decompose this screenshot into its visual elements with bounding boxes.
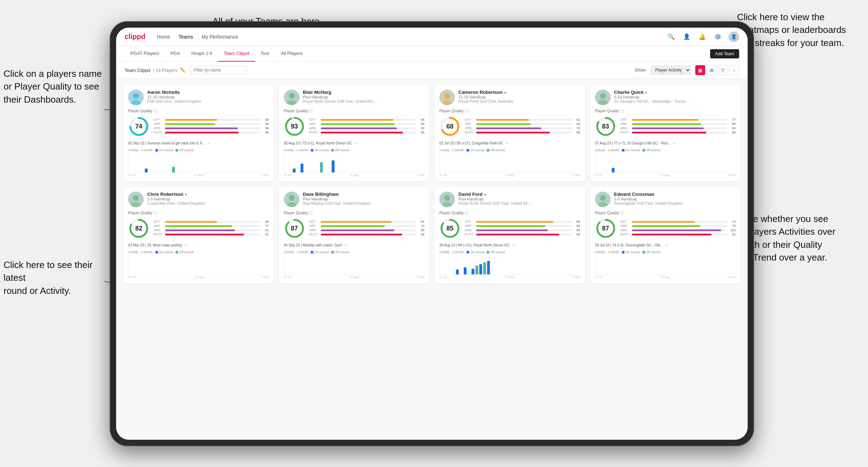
- view-sort-icon[interactable]: ↕: [729, 65, 739, 75]
- nav-link-home[interactable]: Home: [157, 34, 170, 40]
- view-filter-icon[interactable]: ▽: [718, 65, 728, 75]
- bar-value: 96: [573, 233, 580, 236]
- mini-chart-legend: On course Off course: [467, 148, 505, 152]
- chart-bar: [487, 261, 490, 274]
- recent-activity[interactable]: 04 Sep 23 | Mobility with coach, Gym →: [284, 243, 425, 247]
- quality-circle[interactable]: 87: [284, 218, 305, 239]
- tab-team-clippd[interactable]: Team Clippd: [218, 46, 255, 62]
- nav-link-performance[interactable]: My Performance: [201, 34, 238, 40]
- chart-bar: [301, 164, 303, 172]
- tab-pga[interactable]: PGA: [165, 46, 185, 62]
- bar-label: APP: [465, 122, 475, 126]
- recent-activity[interactable]: 03 Mar 23 | 19, Must make putting →: [128, 243, 269, 247]
- bar-value: 58: [262, 122, 269, 126]
- mini-chart-header: Activity · 1 Month On course Off course: [439, 250, 580, 254]
- player-name[interactable]: Charlie Quick ●: [614, 90, 736, 95]
- bar-value: 84: [262, 126, 269, 130]
- user-avatar[interactable]: 👤: [729, 32, 739, 42]
- edit-icon[interactable]: ✏️: [180, 68, 186, 73]
- bell-icon[interactable]: 🔔: [697, 32, 707, 42]
- tab-all-players[interactable]: All Players: [275, 46, 308, 62]
- sub-nav-tabs: PGAT Players PGA Hcaps 1-5 Team Clippd T…: [125, 46, 710, 62]
- bar-value: 88: [417, 126, 424, 130]
- recent-activity[interactable]: 07 Aug 23 | 77 (+7), St George's Hill GC…: [595, 141, 736, 146]
- player-name[interactable]: Dave Billingham: [303, 192, 425, 197]
- player-name[interactable]: David Ford ●: [458, 192, 580, 197]
- nav-icons: 🔍 👤 🔔 ⚙️ 👤: [666, 32, 739, 42]
- quality-circle[interactable]: 85: [439, 218, 461, 239]
- quality-number: 93: [291, 123, 298, 130]
- mini-chart-legend: On course Off course: [311, 250, 349, 254]
- player-card[interactable]: Aaron Nicholls 11-15 Handicap Drift Golf…: [123, 85, 274, 182]
- player-card[interactable]: Dave Billingham Plus Handicap Sag Maging…: [279, 187, 430, 284]
- recent-activity[interactable]: 26 Aug 23 | 84 (+12), Royal North Devon …: [439, 243, 580, 247]
- player-avatar: [128, 90, 144, 105]
- mini-chart-legend: On course Off course: [622, 250, 661, 254]
- profile-icon[interactable]: 👤: [682, 32, 692, 42]
- bar-label: PUTT: [465, 233, 475, 236]
- nav-logo[interactable]: clippd: [125, 33, 145, 41]
- quality-circle[interactable]: 93: [284, 116, 305, 137]
- player-card[interactable]: Edward Crossman 1-5 Handicap Sunningdale…: [590, 187, 741, 284]
- player-card-header: Charlie Quick ● 6-10 Handicap St. George…: [595, 90, 736, 105]
- annotation-top-right: Click here to view theHeatmaps or leader…: [737, 11, 861, 49]
- nav-link-teams[interactable]: Teams: [178, 34, 193, 40]
- recent-activity[interactable]: 02 Jul 23 | 59 (+17), Craigmillar Park G…: [439, 141, 580, 146]
- mini-chart-dates: 31 Jul 21 Aug 4 Sep: [284, 173, 425, 177]
- bar-label: OTT: [621, 220, 630, 223]
- player-card[interactable]: Blair McHarg Plus Handicap Royal North D…: [279, 85, 430, 182]
- bar-label: APP: [309, 224, 319, 228]
- quality-circle[interactable]: 83: [595, 116, 616, 137]
- recent-activity[interactable]: 18 Jul 23 | 74 (+3), Sunningdale GC - Ol…: [595, 243, 736, 247]
- quality-circle[interactable]: 74: [128, 116, 149, 137]
- settings-icon[interactable]: ⚙️: [713, 32, 723, 42]
- bar-label: PUTT: [621, 233, 630, 236]
- quality-number: 85: [446, 225, 453, 232]
- chart-bar: [332, 160, 335, 172]
- team-search-input[interactable]: [190, 66, 247, 74]
- legend-on-course: On course: [155, 250, 174, 254]
- view-grid-icon[interactable]: ▦: [695, 65, 705, 75]
- show-select[interactable]: Player Activity Quality Trend: [651, 66, 691, 75]
- date-end: 4 Sep: [262, 173, 269, 177]
- bar-label: ARG: [309, 126, 319, 130]
- search-icon[interactable]: 🔍: [666, 32, 676, 42]
- off-course-dot: [331, 251, 334, 254]
- quality-circle[interactable]: 87: [595, 218, 616, 239]
- player-club: St. George's Hill GC - Weybridge - Surre…: [614, 99, 736, 103]
- mini-chart-section: Activity · 1 Month On course Off course …: [439, 250, 580, 279]
- quality-circle[interactable]: 82: [128, 218, 149, 239]
- player-card[interactable]: Cameron Robertson ● 11-15 Handicap Royal…: [434, 85, 585, 182]
- date-start: 31 Jul: [284, 173, 291, 177]
- verified-icon: ●: [504, 90, 507, 95]
- bar-value: 92: [729, 233, 736, 236]
- add-team-button[interactable]: Add Team: [710, 49, 739, 58]
- date-mid: 21 Aug: [194, 275, 203, 279]
- on-course-label: On course: [470, 250, 485, 254]
- view-list-icon[interactable]: ⊞: [707, 65, 716, 75]
- off-course-dot: [176, 251, 178, 254]
- player-card[interactable]: Charlie Quick ● 6-10 Handicap St. George…: [590, 85, 741, 182]
- quality-section: 82 OTT 60 APP 77 ARG 81 PUTT: [128, 218, 269, 239]
- date-mid: 21 Aug: [506, 275, 514, 279]
- recent-activity[interactable]: 26 Aug 23 | 73 (+1), Royal North Devon G…: [284, 141, 425, 146]
- player-card[interactable]: Chris Robertson ● 1-5 Handicap Craigmill…: [123, 187, 274, 284]
- date-start: 31 Jul: [439, 173, 447, 177]
- player-name[interactable]: Aaron Nicholls: [147, 90, 269, 95]
- recent-activity-arrow: →: [183, 243, 188, 247]
- player-name[interactable]: Cameron Robertson ●: [458, 90, 580, 95]
- player-card-header: Dave Billingham Plus Handicap Sag Maging…: [284, 192, 425, 207]
- recent-activity-arrow: →: [206, 141, 211, 146]
- tab-pgat[interactable]: PGAT Players: [125, 46, 165, 62]
- recent-activity[interactable]: 02 Sep 23 | Sunrose round to get back in…: [128, 141, 269, 146]
- player-name[interactable]: Blair McHarg: [303, 90, 425, 95]
- tab-hcaps[interactable]: Hcaps 1-5: [186, 46, 218, 62]
- tab-tour[interactable]: Tour: [255, 46, 275, 62]
- legend-on-course: On course: [467, 148, 485, 152]
- player-name[interactable]: Chris Robertson ●: [147, 192, 269, 197]
- mini-chart-dates: 31 Jul 21 Aug 4 Sep: [595, 173, 736, 177]
- player-card[interactable]: David Ford ● Plus Handicap Royal North D…: [434, 187, 585, 284]
- date-mid: 21 Aug: [194, 173, 203, 177]
- quality-circle[interactable]: 68: [439, 116, 461, 137]
- player-name[interactable]: Edward Crossman: [614, 192, 736, 197]
